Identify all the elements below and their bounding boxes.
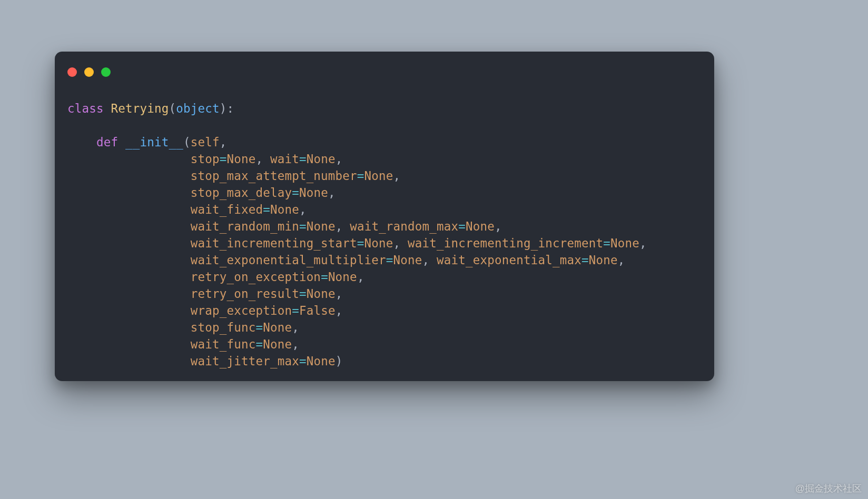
- eq: =: [220, 152, 227, 166]
- comma: ,: [393, 169, 401, 183]
- param: stop_max_delay: [191, 186, 292, 199]
- param: wait_exponential_max: [437, 253, 581, 267]
- keyword-class: class: [67, 102, 104, 115]
- param: wait_exponential_multiplier: [191, 253, 386, 267]
- param: wrap_exception: [191, 304, 292, 317]
- param: wait_jitter_max: [191, 354, 299, 368]
- eq: =: [458, 219, 466, 233]
- param: wait_func: [191, 337, 256, 351]
- param: wait_incrementing_increment: [408, 236, 603, 250]
- eq: =: [299, 287, 307, 301]
- comma: ,: [422, 253, 430, 267]
- const: None: [610, 236, 639, 250]
- const: False: [299, 304, 336, 317]
- comma: ,: [336, 152, 343, 166]
- function-name: __init__: [125, 135, 183, 149]
- const: None: [393, 253, 422, 267]
- comma: ,: [639, 236, 647, 250]
- const: None: [226, 152, 255, 166]
- eq: =: [299, 152, 307, 166]
- window-traffic-lights: [67, 67, 111, 77]
- eq: =: [581, 253, 589, 267]
- const: None: [307, 219, 336, 233]
- zoom-icon[interactable]: [101, 67, 111, 77]
- const: None: [328, 270, 357, 284]
- const: None: [263, 337, 292, 351]
- const: None: [589, 253, 618, 267]
- const: None: [307, 354, 336, 368]
- param: retry_on_result: [191, 287, 299, 301]
- code-block: class Retrying(object): def __init__(sel…: [67, 100, 647, 370]
- rparen: ): [336, 354, 343, 368]
- eq: =: [255, 321, 263, 334]
- const: None: [263, 321, 292, 334]
- param: retry_on_exception: [191, 270, 321, 284]
- eq: =: [321, 270, 328, 284]
- eq: =: [292, 186, 299, 199]
- const: None: [364, 236, 393, 250]
- comma: ,: [495, 219, 502, 233]
- param: wait_incrementing_start: [191, 236, 357, 250]
- colon: :: [226, 102, 234, 115]
- eq: =: [357, 169, 364, 183]
- const: None: [364, 169, 393, 183]
- comma: ,: [336, 219, 343, 233]
- lparen: (: [183, 135, 191, 149]
- param-self: self: [191, 135, 220, 149]
- const: None: [466, 219, 495, 233]
- comma: ,: [328, 186, 336, 199]
- const: None: [307, 287, 336, 301]
- base-class: object: [176, 102, 219, 115]
- lparen: (: [169, 102, 176, 115]
- code-window: class Retrying(object): def __init__(sel…: [55, 52, 714, 381]
- eq: =: [386, 253, 393, 267]
- minimize-icon[interactable]: [84, 67, 94, 77]
- comma: ,: [357, 270, 364, 284]
- comma: ,: [336, 287, 343, 301]
- comma: ,: [292, 337, 299, 351]
- param: stop_max_attempt_number: [191, 169, 357, 183]
- eq: =: [255, 337, 263, 351]
- comma: ,: [393, 236, 401, 250]
- param: wait_random_min: [191, 219, 299, 233]
- eq: =: [292, 304, 299, 317]
- eq: =: [299, 219, 307, 233]
- comma: ,: [255, 152, 263, 166]
- comma: ,: [292, 321, 299, 334]
- param: wait: [270, 152, 299, 166]
- const: None: [270, 203, 299, 216]
- const: None: [307, 152, 336, 166]
- rparen: ): [220, 102, 227, 115]
- comma: ,: [618, 253, 625, 267]
- watermark: @掘金技术社区: [795, 482, 862, 495]
- eq: =: [603, 236, 610, 250]
- param: stop: [191, 152, 220, 166]
- param: wait_fixed: [191, 203, 263, 216]
- close-icon[interactable]: [67, 67, 77, 77]
- keyword-def: def: [96, 135, 118, 149]
- param: stop_func: [191, 321, 256, 334]
- class-name: Retrying: [111, 102, 169, 115]
- eq: =: [299, 354, 307, 368]
- eq: =: [357, 236, 364, 250]
- comma: ,: [220, 135, 227, 149]
- comma: ,: [299, 203, 307, 216]
- eq: =: [263, 203, 270, 216]
- param: wait_random_max: [350, 219, 458, 233]
- const: None: [299, 186, 328, 199]
- comma: ,: [336, 304, 343, 317]
